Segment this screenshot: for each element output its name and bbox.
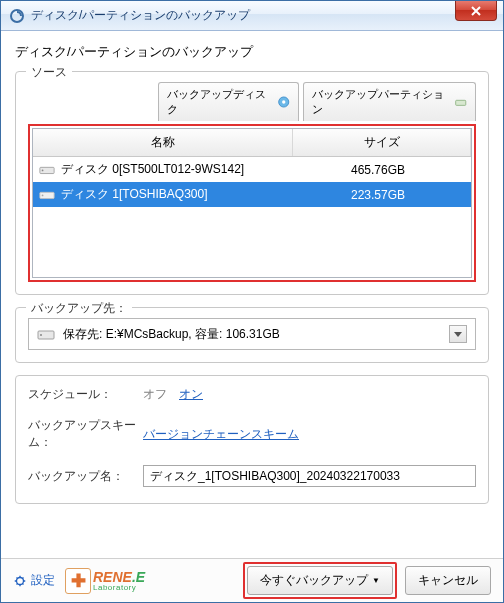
disk-name: ディスク 0[ST500LT012-9WS142] (61, 161, 244, 178)
footer: 設定 ✚ RENE.E Laboratory 今すぐバックアップ ▼ キャンセル (1, 558, 503, 602)
content-area: ディスク/パーティションのバックアップ ソース バックアップディスク バックアッ… (1, 31, 503, 528)
app-icon (9, 8, 25, 24)
schedule-on-link[interactable]: オン (179, 386, 203, 403)
cell-name: ディスク 1[TOSHIBAQ300] (39, 186, 291, 203)
backup-now-highlight: 今すぐバックアップ ▼ (243, 562, 397, 599)
scheme-label: バックアップスキーム： (28, 417, 143, 451)
partition-icon (454, 95, 467, 109)
cell-name: ディスク 0[ST500LT012-9WS142] (39, 161, 291, 178)
dialog-window: ディスク/パーティションのバックアップ ディスク/パーティションのバックアップ … (0, 0, 504, 603)
backup-now-button[interactable]: 今すぐバックアップ ▼ (247, 566, 393, 595)
backup-name-label: バックアップ名： (28, 468, 143, 485)
table-row[interactable]: ディスク 0[ST500LT012-9WS142] 465.76GB (33, 157, 471, 182)
column-header-name[interactable]: 名称 (33, 129, 293, 156)
gear-icon (13, 574, 27, 588)
destination-label: 保存先: E:¥MCsBackup, 容量: 106.31GB (63, 326, 449, 343)
cancel-button[interactable]: キャンセル (405, 566, 491, 595)
table-row[interactable]: ディスク 1[TOSHIBAQ300] 223.57GB (33, 182, 471, 207)
hdd-icon (39, 164, 55, 176)
svg-point-7 (42, 194, 44, 196)
page-subtitle: ディスク/パーティションのバックアップ (15, 43, 489, 61)
tab-backup-disk[interactable]: バックアップディスク (158, 82, 299, 121)
disk-size: 465.76GB (291, 163, 465, 177)
brand-logo: ✚ RENE.E Laboratory (65, 568, 145, 594)
tab-backup-partition[interactable]: バックアップパーティション (303, 82, 476, 121)
scheme-link[interactable]: バージョンチェーンスキーム (143, 426, 299, 443)
backup-name-input[interactable] (143, 465, 476, 487)
destination-legend: バックアップ先： (26, 300, 132, 317)
destination-selector[interactable]: 保存先: E:¥MCsBackup, 容量: 106.31GB (28, 318, 476, 350)
settings-label: 設定 (31, 572, 55, 589)
destination-dropdown-button[interactable] (449, 325, 467, 343)
table-header: 名称 サイズ (33, 129, 471, 157)
svg-rect-3 (455, 100, 465, 105)
schedule-row: スケジュール： オフ オン (28, 386, 476, 403)
backup-name-row: バックアップ名： (28, 465, 476, 487)
logo-text: RENE.E Laboratory (93, 570, 145, 592)
source-tabs: バックアップディスク バックアップパーティション (158, 82, 476, 121)
hdd-icon (37, 327, 55, 341)
tab-label: バックアップディスク (167, 87, 273, 117)
hdd-icon (39, 189, 55, 201)
disk-table: 名称 サイズ ディスク 0[ST500LT012-9WS142] 465.76G… (32, 128, 472, 278)
tab-label: バックアップパーティション (312, 87, 449, 117)
disk-name: ディスク 1[TOSHIBAQ300] (61, 186, 208, 203)
settings-link[interactable]: 設定 (13, 572, 55, 589)
scheme-row: バックアップスキーム： バージョンチェーンスキーム (28, 417, 476, 451)
schedule-off: オフ (143, 386, 167, 403)
button-label: 今すぐバックアップ (260, 572, 368, 589)
source-fieldset: ソース バックアップディスク バックアップパーティション 名称 サイズ (15, 71, 489, 295)
window-title: ディスク/パーティションのバックアップ (31, 7, 250, 24)
destination-fieldset: バックアップ先： 保存先: E:¥MCsBackup, 容量: 106.31GB (15, 307, 489, 363)
table-body: ディスク 0[ST500LT012-9WS142] 465.76GB ディスク … (33, 157, 471, 277)
schedule-label: スケジュール： (28, 386, 143, 403)
svg-point-5 (42, 169, 44, 171)
source-highlight-frame: 名称 サイズ ディスク 0[ST500LT012-9WS142] 465.76G… (28, 124, 476, 282)
disk-icon (277, 95, 290, 109)
chevron-down-icon (454, 332, 462, 337)
close-button[interactable] (455, 1, 497, 21)
logo-badge-icon: ✚ (65, 568, 91, 594)
svg-point-9 (40, 334, 42, 336)
chevron-down-icon: ▼ (372, 576, 380, 585)
button-label: キャンセル (418, 572, 478, 589)
svg-point-2 (282, 100, 285, 103)
footer-buttons: 今すぐバックアップ ▼ キャンセル (243, 562, 491, 599)
titlebar[interactable]: ディスク/パーティションのバックアップ (1, 1, 503, 31)
disk-size: 223.57GB (291, 188, 465, 202)
close-icon (471, 6, 481, 16)
source-legend: ソース (26, 64, 72, 81)
options-fieldset: スケジュール： オフ オン バックアップスキーム： バージョンチェーンスキーム … (15, 375, 489, 504)
column-header-size[interactable]: サイズ (293, 129, 471, 156)
